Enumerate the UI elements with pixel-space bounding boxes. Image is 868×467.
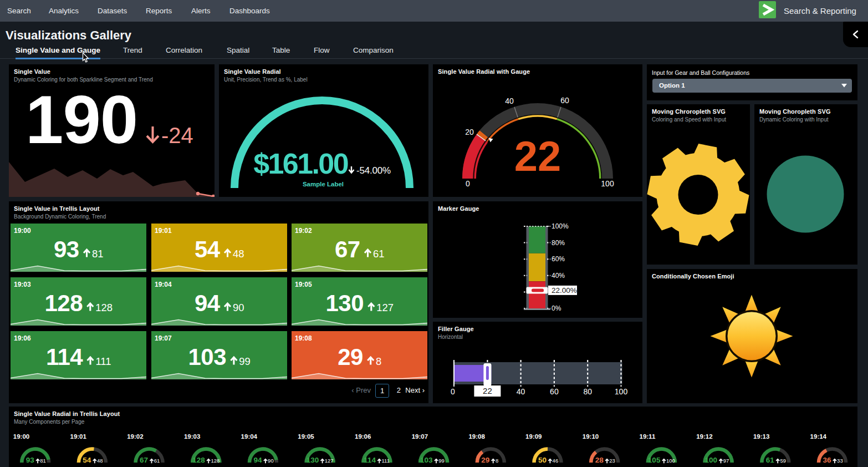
svg-text:-24: -24 (161, 123, 193, 148)
svg-text:19:06: 19:06 (14, 334, 31, 342)
svg-text:114: 114 (364, 456, 376, 464)
svg-text:97: 97 (723, 458, 729, 464)
svg-text:94: 94 (194, 290, 220, 316)
svg-text:20: 20 (465, 128, 474, 136)
svg-text:40%: 40% (552, 272, 565, 280)
svg-text:19:07: 19:07 (155, 334, 172, 342)
svg-text:48: 48 (97, 458, 103, 464)
svg-text:103: 103 (188, 344, 226, 370)
svg-text:128: 128 (44, 290, 83, 316)
svg-text:61: 61 (766, 456, 775, 464)
svg-text:19:10: 19:10 (583, 433, 599, 440)
svg-text:127: 127 (325, 458, 334, 464)
svg-text:48: 48 (232, 248, 244, 260)
svg-text:190: 190 (25, 82, 137, 158)
svg-text:54: 54 (83, 456, 91, 464)
svg-text:93: 93 (54, 236, 79, 262)
svg-text:19:08: 19:08 (295, 334, 312, 342)
svg-text:19:01: 19:01 (70, 433, 87, 440)
svg-text:23: 23 (609, 458, 615, 464)
svg-text:50: 50 (538, 456, 547, 464)
svg-text:19:00: 19:00 (14, 227, 31, 235)
svg-text:128: 128 (95, 302, 113, 313)
svg-text:80: 80 (583, 387, 592, 396)
svg-text:22: 22 (483, 386, 492, 395)
svg-text:19:14: 19:14 (810, 433, 827, 440)
svg-text:60: 60 (550, 387, 559, 396)
svg-text:8: 8 (496, 458, 498, 464)
svg-text:19:03: 19:03 (14, 281, 31, 288)
svg-text:61: 61 (154, 458, 160, 464)
svg-text:40: 40 (505, 97, 514, 105)
svg-text:8: 8 (376, 356, 381, 367)
svg-text:100: 100 (705, 456, 718, 464)
svg-text:19:07: 19:07 (412, 433, 428, 440)
svg-text:36: 36 (823, 456, 831, 464)
svg-text:19:00: 19:00 (13, 433, 29, 440)
svg-text:81: 81 (40, 458, 46, 464)
svg-text:0: 0 (466, 179, 470, 188)
svg-text:99: 99 (239, 356, 251, 367)
svg-text:111: 111 (95, 356, 111, 367)
svg-text:61: 61 (373, 248, 385, 260)
svg-text:33: 33 (837, 458, 843, 464)
svg-text:0%: 0% (552, 304, 561, 312)
svg-text:103: 103 (420, 456, 433, 464)
svg-text:19:08: 19:08 (468, 433, 485, 440)
svg-text:94: 94 (253, 456, 262, 464)
svg-text:114: 114 (46, 344, 83, 370)
svg-text:29: 29 (481, 456, 489, 464)
svg-text:19:05: 19:05 (295, 281, 312, 288)
svg-text:90: 90 (268, 458, 274, 464)
svg-text:$161.00: $161.00 (253, 148, 348, 180)
svg-text:19:12: 19:12 (696, 433, 712, 440)
svg-text:54: 54 (194, 236, 220, 262)
svg-text:19:03: 19:03 (184, 433, 200, 440)
svg-text:111: 111 (382, 458, 390, 464)
svg-text:130: 130 (307, 456, 319, 464)
svg-text:127: 127 (376, 302, 394, 313)
svg-text:100: 100 (601, 179, 614, 188)
svg-text:130: 130 (325, 290, 364, 316)
svg-text:22: 22 (514, 133, 561, 180)
svg-text:90: 90 (232, 302, 244, 313)
svg-text:19:09: 19:09 (525, 433, 542, 440)
svg-text:19:11: 19:11 (640, 433, 656, 440)
svg-text:19:04: 19:04 (241, 433, 258, 440)
svg-text:29: 29 (338, 344, 363, 370)
svg-text:60: 60 (560, 96, 569, 105)
svg-text:19:02: 19:02 (127, 433, 143, 440)
svg-text:100: 100 (666, 458, 675, 464)
svg-text:60%: 60% (552, 255, 565, 263)
svg-text:105: 105 (648, 456, 661, 464)
svg-text:Sample Label: Sample Label (303, 181, 344, 187)
svg-text:99: 99 (438, 458, 445, 464)
svg-text:46: 46 (553, 458, 559, 464)
svg-text:81: 81 (92, 248, 104, 260)
svg-text:93: 93 (26, 456, 35, 464)
svg-text:67: 67 (335, 236, 360, 262)
svg-text:80%: 80% (552, 239, 565, 247)
svg-text:19:13: 19:13 (753, 433, 769, 440)
svg-text:19:06: 19:06 (355, 433, 371, 440)
svg-text:67: 67 (140, 456, 148, 464)
svg-text:100%: 100% (552, 222, 569, 230)
svg-text:0: 0 (451, 387, 455, 396)
svg-text:28: 28 (595, 456, 604, 464)
svg-text:128: 128 (211, 458, 219, 464)
svg-text:19:01: 19:01 (155, 227, 172, 235)
svg-text:22.00%: 22.00% (552, 286, 577, 295)
svg-text:19:05: 19:05 (298, 433, 314, 440)
svg-text:128: 128 (192, 456, 205, 464)
svg-text:-54.00%: -54.00% (356, 165, 391, 176)
svg-text:19:04: 19:04 (155, 281, 172, 288)
svg-text:19:02: 19:02 (295, 227, 312, 235)
svg-text:100: 100 (615, 387, 628, 396)
svg-text:59: 59 (780, 458, 786, 464)
svg-text:40: 40 (517, 387, 525, 396)
